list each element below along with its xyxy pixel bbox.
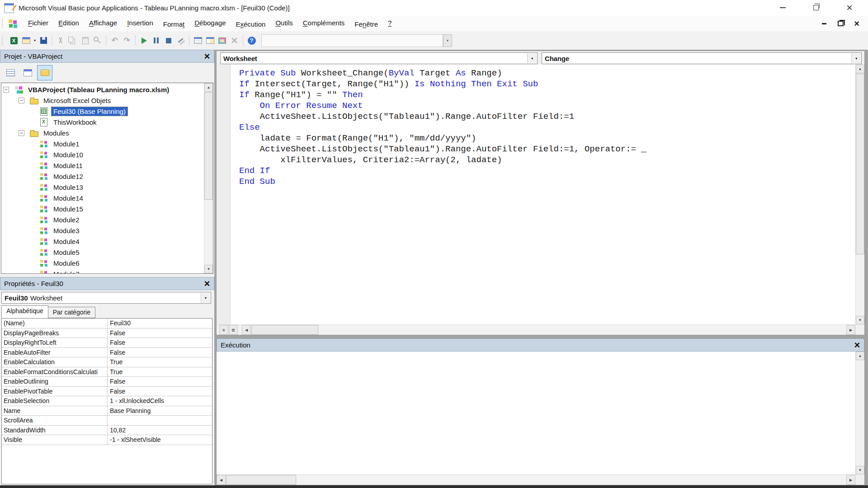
immediate-close-button[interactable] (852, 340, 863, 350)
reset-icon[interactable] (163, 35, 174, 46)
scroll-left-button[interactable] (242, 325, 251, 335)
property-value[interactable]: False (108, 328, 212, 338)
tree-item-module4[interactable]: Module4 (1, 236, 204, 247)
dropdown-arrow-icon[interactable] (851, 53, 861, 63)
full-module-view-button[interactable]: ≣ (229, 325, 238, 335)
property-row-scrollarea[interactable]: ScrollArea (2, 416, 212, 426)
property-name[interactable]: EnableFormatConditionsCalculati (2, 367, 108, 377)
menubar-grip[interactable] (2, 19, 4, 28)
property-row-enableselection[interactable]: EnableSelection1 - xlUnlockedCells (2, 396, 212, 406)
window-minimize-button[interactable] (772, 0, 793, 15)
tree-item-module3[interactable]: Module3 (1, 225, 204, 236)
tab-categorized[interactable]: Par catégorie (48, 307, 95, 318)
menu-item-debogage[interactable]: Débogage (189, 16, 231, 29)
property-name[interactable]: EnableCalculation (2, 357, 108, 367)
save-icon[interactable] (38, 35, 49, 46)
procedure-view-button[interactable]: ≡ (219, 325, 228, 335)
tree-item-thisworkbook[interactable]: ThisWorkbook (1, 117, 204, 127)
menu-item-insertion[interactable]: Insertion (122, 16, 158, 29)
event-dropdown[interactable]: Change (542, 52, 862, 64)
tree-item-module12[interactable]: Module12 (1, 171, 204, 182)
menu-item-edition[interactable]: Edition (53, 16, 84, 29)
insert-userform-icon[interactable] (20, 35, 32, 46)
tree-item-module7[interactable]: Module7 (1, 268, 204, 273)
immediate-vertical-scrollbar[interactable] (855, 352, 864, 474)
property-value[interactable]: 1 - xlUnlockedCells (108, 396, 212, 406)
tree-item-feuil30-base-planning[interactable]: Feuil30 (Base Planning) (1, 106, 204, 117)
property-row-displayrighttoleft[interactable]: DisplayRightToLeftFalse (2, 338, 212, 348)
toggle-folders-button[interactable] (37, 65, 52, 80)
dropdown-arrow-icon[interactable] (527, 53, 537, 63)
property-row-visible[interactable]: Visible-1 - xlSheetVisible (2, 435, 212, 445)
menu-item-complements[interactable]: Compléments (298, 16, 350, 29)
properties-object-dropdown[interactable]: Feuil30 Worksheet (1, 292, 211, 304)
view-code-button[interactable] (3, 65, 18, 80)
design-mode-icon[interactable] (175, 35, 186, 46)
property-value[interactable]: 10,82 (108, 426, 212, 435)
scroll-left-button[interactable] (217, 475, 226, 485)
property-row-name[interactable]: (Name)Feuil30 (2, 319, 212, 328)
property-name[interactable]: EnableSelection (2, 396, 108, 406)
scroll-right-button[interactable] (846, 475, 855, 485)
scroll-down-button[interactable] (856, 466, 864, 474)
scroll-down-button[interactable] (204, 265, 213, 273)
tree-collapse-icon[interactable]: − (3, 87, 9, 93)
help-icon[interactable] (246, 35, 257, 46)
insert-dropdown-caret-icon[interactable] (32, 35, 38, 46)
tree-item-vbaproject-tableau-planning-macro-xlsm[interactable]: −VBAProject (Tableau PLanning macro.xlsm… (1, 84, 204, 95)
tree-item-module11[interactable]: Module11 (1, 160, 204, 171)
tree-item-module13[interactable]: Module13 (1, 182, 204, 192)
property-name[interactable]: EnableOutlining (2, 377, 108, 386)
tree-item-module1[interactable]: Module1 (1, 138, 204, 149)
code-horizontal-scrollbar[interactable]: ≡ ≣ (217, 324, 855, 335)
property-name[interactable]: StandardWidth (2, 426, 108, 435)
menu-item-fichier[interactable]: Fichier (23, 16, 53, 29)
project-tree[interactable]: −VBAProject (Tableau PLanning macro.xlsm… (1, 84, 204, 273)
property-name[interactable]: Name (2, 406, 108, 416)
mdi-minimize-button[interactable] (819, 19, 829, 28)
tree-item-module14[interactable]: Module14 (1, 192, 204, 203)
property-value[interactable]: False (108, 377, 212, 386)
immediate-horizontal-scrollbar[interactable] (217, 474, 855, 485)
toolbar-overflow-button[interactable] (443, 34, 452, 47)
properties-close-button[interactable] (202, 278, 212, 289)
property-row-name[interactable]: NameBase Planning (2, 406, 212, 416)
menu-item-outils[interactable]: Outils (270, 16, 297, 29)
menu-item-fenetre[interactable]: Fenêtre (349, 18, 383, 31)
property-value[interactable]: True (108, 367, 212, 377)
property-value[interactable] (108, 416, 212, 425)
tree-item-module10[interactable]: Module10 (1, 149, 204, 160)
tree-item-module5[interactable]: Module5 (1, 247, 204, 258)
view-excel-icon[interactable] (8, 35, 19, 46)
dropdown-arrow-icon[interactable] (201, 293, 210, 303)
scroll-thumb[interactable] (226, 475, 296, 485)
scroll-thumb[interactable] (204, 92, 213, 200)
tree-item-module6[interactable]: Module6 (1, 258, 204, 268)
property-row-enableoutlining[interactable]: EnableOutliningFalse (2, 377, 212, 387)
property-value[interactable]: True (108, 357, 212, 367)
project-close-button[interactable] (202, 51, 212, 61)
immediate-editor[interactable] (217, 352, 855, 474)
code-vertical-scrollbar[interactable] (855, 65, 864, 324)
tree-collapse-icon[interactable]: − (19, 98, 24, 103)
scroll-up-button[interactable] (856, 352, 864, 360)
window-restore-button[interactable] (806, 0, 826, 15)
property-value[interactable]: Base Planning (108, 406, 212, 416)
object-browser-icon[interactable] (217, 35, 228, 46)
mdi-restore-button[interactable] (835, 19, 845, 28)
property-name[interactable]: (Name) (2, 319, 108, 328)
tree-item-module2[interactable]: Module2 (1, 214, 204, 225)
scroll-thumb[interactable] (856, 74, 864, 254)
menu-item-affichage[interactable]: Affichage (84, 16, 122, 29)
scroll-right-button[interactable] (846, 325, 855, 335)
break-icon[interactable] (151, 35, 162, 46)
run-icon[interactable] (138, 35, 150, 46)
property-row-standardwidth[interactable]: StandardWidth10,82 (2, 426, 212, 436)
scroll-up-button[interactable] (204, 83, 213, 92)
scroll-down-button[interactable] (856, 316, 864, 324)
code-margin-indicator-bar[interactable] (217, 65, 231, 324)
tree-item-microsoft-excel-objets[interactable]: −Microsoft Excel Objets (1, 95, 204, 106)
code-editor[interactable]: Private Sub Worksheet_Change(ByVal Targe… (231, 65, 855, 324)
menu-item-execution[interactable]: Exécution (231, 18, 271, 31)
property-row-enableautofilter[interactable]: EnableAutoFilterFalse (2, 348, 212, 358)
